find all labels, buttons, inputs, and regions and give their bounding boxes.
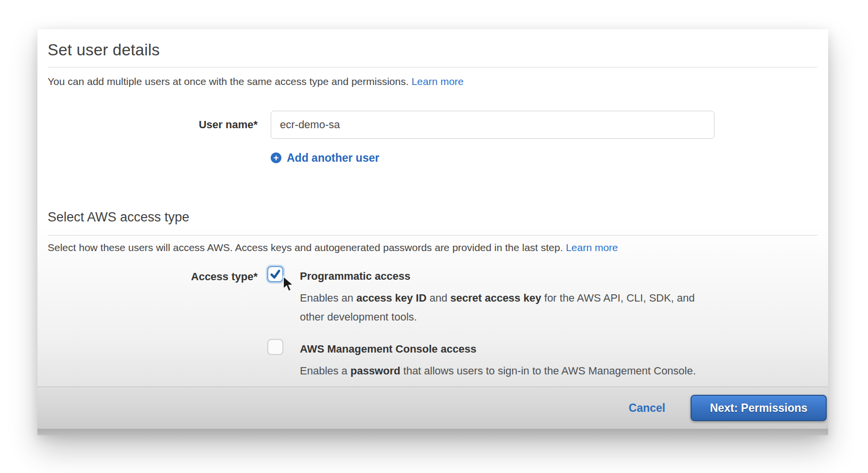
cancel-button[interactable]: Cancel	[629, 402, 665, 415]
console-access-checkbox[interactable]	[267, 339, 283, 355]
access-type-description-text: Select how these users will access AWS. …	[48, 242, 563, 253]
learn-more-link-access[interactable]: Learn more	[566, 242, 618, 253]
console-access-description: Enables a password that allows users to …	[300, 361, 696, 380]
access-type-description: Select how these users will access AWS. …	[48, 242, 618, 253]
description-line: Enables a password that allows users to …	[300, 361, 696, 380]
programmatic-access-title[interactable]: Programmatic access	[300, 270, 410, 283]
access-type-label: Access type*	[37, 270, 258, 283]
programmatic-access-description: Enables an access key ID and secret acce…	[300, 288, 695, 326]
page: Set user details You can add multiple us…	[0, 0, 868, 473]
wizard-footer: Cancel Next: Permissions	[37, 387, 828, 429]
set-user-details-card: Set user details You can add multiple us…	[37, 29, 828, 435]
access-type-heading: Select AWS access type	[48, 210, 190, 225]
console-access-title[interactable]: AWS Management Console access	[300, 343, 476, 355]
divider	[48, 235, 817, 236]
add-another-user-label: Add another user	[287, 152, 379, 165]
page-title: Set user details	[48, 41, 160, 59]
description-line: other development tools.	[300, 307, 695, 326]
add-another-user-link[interactable]: + Add another user	[271, 151, 379, 165]
username-input[interactable]	[271, 111, 714, 139]
checkmark-icon	[270, 269, 281, 280]
plus-circle-icon: +	[271, 152, 281, 163]
username-label: User name*	[37, 118, 258, 131]
description-line: Enables an access key ID and secret acce…	[300, 288, 695, 307]
learn-more-link-users[interactable]: Learn more	[412, 76, 464, 87]
card-bottom-strip	[37, 429, 828, 435]
user-details-description: You can add multiple users at once with …	[48, 76, 464, 87]
user-details-description-text: You can add multiple users at once with …	[48, 76, 409, 87]
card-body: Set user details You can add multiple us…	[37, 29, 828, 387]
next-permissions-button[interactable]: Next: Permissions	[691, 395, 827, 421]
divider	[48, 67, 817, 68]
programmatic-access-checkbox[interactable]	[267, 266, 283, 282]
